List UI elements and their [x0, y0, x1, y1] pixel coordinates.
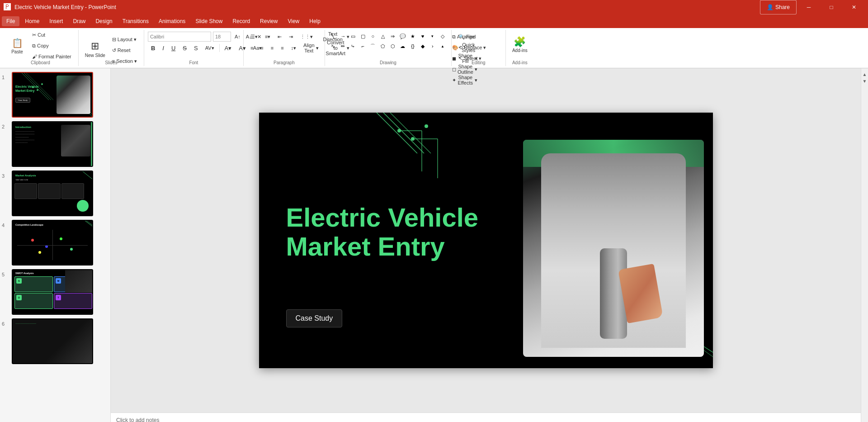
menu-transitions[interactable]: Transitions — [118, 16, 153, 26]
right-arrow-shape-btn[interactable]: ⇒ — [388, 32, 397, 41]
freeform-shape-btn[interactable]: ✏ — [339, 42, 348, 51]
share-button[interactable]: 👤 Share — [760, 0, 797, 14]
align-text-button[interactable]: Align Text▾ — [300, 43, 321, 53]
rect-shape-btn[interactable]: ▭ — [349, 32, 358, 41]
slide-thumb-2[interactable]: 2 Introduction ─────────────────────────… — [2, 121, 108, 167]
pentagon-shape-btn[interactable]: ⬠ — [378, 42, 387, 51]
underline-button[interactable]: U — [168, 43, 179, 53]
chevron-shape-btn[interactable]: › — [428, 42, 437, 51]
flowchart-shape-btn[interactable]: ◇ — [438, 32, 447, 41]
numbering-button[interactable]: ≡▾ — [262, 32, 274, 42]
canvas-area: Electric Vehicle Market Entry Case Study — [111, 68, 861, 422]
close-button[interactable]: ✕ — [844, 0, 864, 14]
diamond-shape-btn[interactable]: ◆ — [418, 42, 427, 51]
font-color-button[interactable]: A▾ — [222, 43, 235, 53]
columns-button[interactable]: ⋮⋮▾ — [297, 32, 316, 42]
menu-record[interactable]: Record — [228, 16, 255, 26]
justify-button[interactable]: ≡ — [278, 43, 287, 53]
menu-bar: File Home Insert Draw Design Transitions… — [0, 14, 868, 28]
clipboard-group: 📋 Paste ✂ Cut ⧉ Copy 🖌 Format Painter — [3, 30, 79, 66]
slide-thumb-4[interactable]: 4 Competitive Landscape — [2, 220, 108, 266]
rounded-rect-shape-btn[interactable]: ▢ — [359, 32, 368, 41]
align-left-button[interactable]: ≡ — [247, 43, 256, 53]
slide-preview-3[interactable]: Market Analysis TAM SAM SOM — [12, 171, 93, 216]
slide-subtitle-area[interactable]: Case Study — [286, 309, 343, 327]
main-area: 1 Electric VehicleMarket Entry — [0, 68, 868, 422]
strikethrough-button[interactable]: S — [179, 43, 190, 53]
replace-button[interactable]: ⟲ Replace▾ — [455, 43, 489, 52]
more-shapes-btn[interactable]: ▾ — [428, 32, 437, 41]
shape-effects-button[interactable]: ✦ Shape Effects▾ — [449, 75, 481, 85]
maximize-button[interactable]: □ — [821, 0, 842, 14]
slide-canvas[interactable]: Electric Vehicle Market Entry Case Study — [259, 113, 713, 368]
slide-main-title[interactable]: Electric Vehicle Market Entry — [286, 203, 479, 261]
menu-insert[interactable]: Insert — [45, 16, 67, 26]
slide2-line-top — [91, 122, 92, 166]
decrease-indent-button[interactable]: ⇤ — [274, 32, 285, 42]
slide-preview-6[interactable]: ───────────── — [12, 318, 93, 364]
increase-indent-button[interactable]: ⇥ — [286, 32, 296, 42]
callout-shape-btn[interactable]: 💬 — [398, 32, 407, 41]
triangle-shape-btn[interactable]: △ — [378, 32, 387, 41]
menu-animations[interactable]: Animations — [154, 16, 190, 26]
align-right-button[interactable]: ≡ — [268, 43, 277, 53]
bold-button[interactable]: B — [148, 43, 158, 53]
paste-button[interactable]: 📋 Paste — [6, 33, 28, 58]
case-study-badge[interactable]: Case Study — [286, 309, 343, 327]
menu-view[interactable]: View — [283, 16, 304, 26]
menu-help[interactable]: Help — [305, 16, 325, 26]
connector-shape-btn[interactable]: ⤷ — [349, 42, 358, 51]
italic-button[interactable]: I — [159, 43, 167, 53]
menu-slideshow[interactable]: Slide Show — [191, 16, 227, 26]
heart-shape-btn[interactable]: ♥ — [418, 32, 427, 41]
char-spacing-button[interactable]: AV▾ — [202, 43, 217, 53]
shadow-button[interactable]: S — [191, 43, 201, 53]
cloud-shape-btn[interactable]: ☁ — [398, 42, 407, 51]
slide1-image — [57, 76, 90, 114]
slide-thumb-5[interactable]: 5 SWOT Analysis S W O — [2, 269, 108, 315]
align-center-button[interactable]: ≡ — [257, 43, 266, 53]
slide-thumb-3[interactable]: 3 Market Analysis TAM SAM SOM — [2, 171, 108, 216]
right-panel-icon2[interactable]: ▼ — [863, 79, 867, 84]
line-spacing-button[interactable]: ↕▾ — [288, 43, 300, 53]
menu-design[interactable]: Design — [91, 16, 117, 26]
arc-shape-btn[interactable]: ⌒ — [368, 42, 377, 51]
menu-file[interactable]: File — [2, 16, 19, 26]
slide-preview-4[interactable]: Competitive Landscape — [12, 220, 93, 266]
shape-scroll-up-btn[interactable]: ▲ — [438, 42, 447, 51]
brace-shape-btn[interactable]: {} — [408, 42, 417, 51]
reset-button[interactable]: ↺ Reset — [109, 45, 140, 55]
notes-bar[interactable]: Click to add notes — [111, 413, 861, 422]
new-slide-button[interactable]: ⊞ New Slide — [82, 36, 108, 62]
menu-draw[interactable]: Draw — [68, 16, 90, 26]
notes-placeholder[interactable]: Click to add notes — [116, 417, 159, 422]
font-name-input[interactable] — [148, 32, 211, 42]
font-size-input[interactable] — [213, 32, 231, 42]
slide-preview-2[interactable]: Introduction ───────────────────────────… — [12, 121, 93, 167]
slide-preview-5[interactable]: SWOT Analysis S W O T — [12, 269, 93, 315]
ribbon-content: 📋 Paste ✂ Cut ⧉ Copy 🖌 Format Painter — [0, 28, 868, 68]
layout-button[interactable]: ⊟ Layout ▾ — [109, 34, 140, 44]
menu-review[interactable]: Review — [255, 16, 282, 26]
minimize-button[interactable]: ─ — [798, 0, 819, 14]
cut-button[interactable]: ✂ Cut — [29, 30, 75, 40]
copy-button[interactable]: ⧉ Copy — [29, 41, 75, 51]
find-button[interactable]: 🔍 Find — [455, 32, 489, 42]
font-size-increase-button[interactable]: A↑ — [233, 32, 242, 42]
oval-shape-btn[interactable]: ○ — [368, 32, 377, 41]
right-panel-icon1[interactable]: ▲ — [863, 72, 867, 77]
slide-thumb-6[interactable]: 6 ───────────── — [2, 318, 108, 364]
slide-thumb-1[interactable]: 1 Electric VehicleMarket Entry — [2, 72, 108, 118]
elbow-shape-btn[interactable]: ⌐ — [359, 42, 368, 51]
addins-button[interactable]: 🧩 Add-ins — [509, 32, 530, 57]
line-shape-btn[interactable]: ╲ — [329, 32, 338, 41]
bullets-button[interactable]: ☰▾ — [247, 32, 261, 42]
hexagon-shape-btn[interactable]: ⬡ — [388, 42, 397, 51]
menu-home[interactable]: Home — [20, 16, 44, 26]
slide-panel[interactable]: 1 Electric VehicleMarket Entry — [0, 68, 111, 422]
curve-shape-btn[interactable]: ∿ — [329, 42, 338, 51]
arrow-shape-btn[interactable]: → — [339, 32, 348, 41]
slide-preview-1[interactable]: Electric VehicleMarket Entry Case Study — [12, 72, 93, 118]
star-shape-btn[interactable]: ★ — [408, 32, 417, 41]
canvas-wrapper[interactable]: Electric Vehicle Market Entry Case Study — [111, 68, 861, 413]
